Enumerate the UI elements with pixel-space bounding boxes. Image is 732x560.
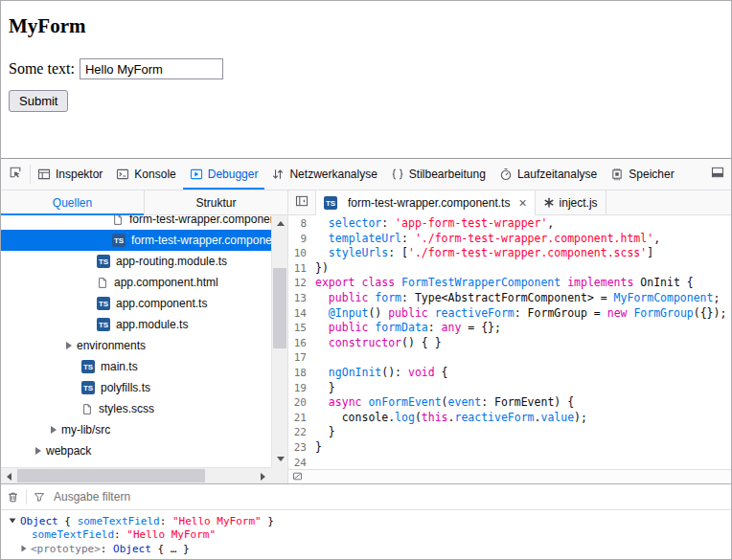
code-editor[interactable]: 8 selector: 'app-form-test-wrapper',9 te… xyxy=(288,215,731,469)
line-number: 12 xyxy=(288,276,315,291)
horizontal-scrollbar[interactable] xyxy=(1,467,271,483)
devtools-tab-speicher[interactable]: Speicher xyxy=(604,159,680,190)
page-title: MyForm xyxy=(9,14,723,38)
tree-item-label: main.ts xyxy=(101,360,138,373)
line-number: 23 xyxy=(288,440,315,456)
token: FormGroup xyxy=(633,306,693,320)
devtools-tab-netzwerkanalyse[interactable]: Netzwerkanalyse xyxy=(264,159,383,190)
tab-label: Debugger xyxy=(208,168,259,181)
code-line-20: 20 async onFormEvent(event: FormEvent) { xyxy=(288,395,731,411)
devtools-tab-laufzeitanalyse[interactable]: Laufzeitanalyse xyxy=(492,159,604,190)
devtools-tab-inspektor[interactable]: Inspektor xyxy=(31,159,109,190)
devtools-tab-konsole[interactable]: Konsole xyxy=(109,159,182,190)
console-icon xyxy=(116,168,129,181)
collapse-arrow-icon[interactable] xyxy=(10,519,16,524)
pick-element-icon xyxy=(9,166,22,183)
line-number: 18 xyxy=(288,366,315,381)
scrollbar-track[interactable] xyxy=(17,468,255,483)
tree-item-my-lib-src[interactable]: my-lib/src xyxy=(1,419,271,440)
token: = {}; xyxy=(461,321,501,334)
expand-arrow-icon[interactable] xyxy=(66,342,72,349)
submit-button[interactable]: Submit xyxy=(9,90,68,112)
close-tab-icon[interactable]: × xyxy=(518,196,526,210)
token: public xyxy=(388,306,428,320)
scroll-left-button[interactable] xyxy=(1,468,17,483)
tree-item-label: app.module.ts xyxy=(116,318,188,331)
tree-item-label: polyfills.ts xyxy=(101,381,150,394)
token: class xyxy=(361,276,395,289)
scroll-up-button[interactable] xyxy=(272,215,287,232)
source-tab-form-test-wrapper-component-ts[interactable]: TSform-test-wrapper.component.ts× xyxy=(315,190,536,215)
scrollbar-thumb[interactable] xyxy=(17,469,205,482)
code-content: export class FormTestWrapperComponent im… xyxy=(315,276,694,291)
token: : xyxy=(401,232,415,245)
token: : xyxy=(101,543,113,555)
devtools-tab-debugger[interactable]: Debugger xyxy=(183,159,265,190)
tree-item-webpack[interactable]: webpack xyxy=(1,440,271,461)
devtools-toolbar: InspektorKonsoleDebuggerNetzwerkanalyseS… xyxy=(1,159,731,190)
tree-item-form-test-wrapper-component-html[interactable]: form-test-wrapper.component.html xyxy=(1,215,271,230)
token xyxy=(315,246,329,259)
token: , xyxy=(653,232,660,245)
sidebar-tab-struktur[interactable]: Struktur xyxy=(144,190,287,214)
collapse-panes-button[interactable] xyxy=(288,190,315,214)
line-number: 8 xyxy=(288,216,315,232)
code-content: selector: 'app-form-test-wrapper', xyxy=(315,216,554,232)
tree-item-label: app.component.html xyxy=(114,276,218,289)
tree-item-app-module-ts[interactable]: TSapp.module.ts xyxy=(1,314,271,335)
code-line-23: 23} xyxy=(288,440,731,456)
vertical-scrollbar[interactable] xyxy=(271,215,287,467)
token: styleUrls xyxy=(329,246,388,259)
token xyxy=(315,336,329,349)
typescript-icon: TS xyxy=(97,297,110,310)
token: Object xyxy=(20,515,58,527)
scroll-right-button[interactable] xyxy=(255,468,271,483)
devtools-tab-stilbearbeitung[interactable]: Stilbearbeitung xyxy=(384,159,492,190)
token: MyFormComponent xyxy=(614,291,714,304)
code-content: public form: Type<AbstractFormComponent>… xyxy=(315,291,720,306)
token: void xyxy=(408,366,435,379)
expand-arrow-icon[interactable] xyxy=(35,447,41,455)
tree-item-form-test-wrapper-component-ts[interactable]: TSform-test-wrapper.component.ts xyxy=(1,230,271,251)
tab-label: Laufzeitanalyse xyxy=(517,168,597,181)
token: (): xyxy=(381,366,408,379)
token: Object xyxy=(113,543,151,555)
code-content: ngOnInit(): void { xyxy=(315,366,448,381)
tree-item-app-routing-module-ts[interactable]: TSapp-routing.module.ts xyxy=(1,251,271,272)
tab-label: Netzwerkanalyse xyxy=(289,168,377,181)
expand-arrow-icon[interactable] xyxy=(51,426,57,434)
line-number: 22 xyxy=(288,425,315,440)
token: : xyxy=(381,216,395,230)
tree-item-environments[interactable]: environments xyxy=(1,335,271,356)
scrollbar-thumb[interactable] xyxy=(273,268,286,348)
token: event xyxy=(448,395,482,409)
tree-item-label: webpack xyxy=(46,444,91,458)
console-row-text: <prototype>: Object { … } xyxy=(31,543,190,555)
tree-item-label: my-lib/src xyxy=(61,423,110,437)
tree-item-polyfills-ts[interactable]: TSpolyfills.ts xyxy=(1,377,271,398)
tree-item-app-component-ts[interactable]: TSapp.component.ts xyxy=(1,293,271,314)
toolbox-dock-button[interactable] xyxy=(704,159,731,190)
tree-item-app-component-html[interactable]: app.component.html xyxy=(1,272,271,293)
some-text-input[interactable] xyxy=(80,58,223,79)
scrollbar-track[interactable] xyxy=(272,232,287,451)
tree-item-styles-scss[interactable]: styles.scss xyxy=(1,398,271,419)
expand-arrow-icon[interactable] xyxy=(21,546,26,552)
console-toolbar xyxy=(1,484,731,510)
console-filter-input[interactable] xyxy=(52,489,725,504)
line-number: 17 xyxy=(288,350,315,366)
source-tab-inject-js[interactable]: inject.js xyxy=(536,190,606,214)
scroll-down-button[interactable] xyxy=(272,451,287,467)
sources-sidebar: QuellenStruktur form-test-wrapper.compon… xyxy=(1,190,288,483)
token: value xyxy=(540,411,574,424)
token: : xyxy=(160,515,172,527)
source-editor: TSform-test-wrapper.component.ts×inject.… xyxy=(288,190,731,483)
pick-element-button[interactable] xyxy=(1,159,30,190)
file-icon xyxy=(81,403,93,415)
code-content: constructor() { } xyxy=(315,336,442,351)
style-editor-icon xyxy=(391,168,404,181)
sidebar-tab-quellen[interactable]: Quellen xyxy=(1,190,144,214)
tree-item-main-ts[interactable]: TSmain.ts xyxy=(1,356,271,377)
clear-console-button[interactable] xyxy=(7,491,19,504)
network-icon xyxy=(271,168,285,181)
